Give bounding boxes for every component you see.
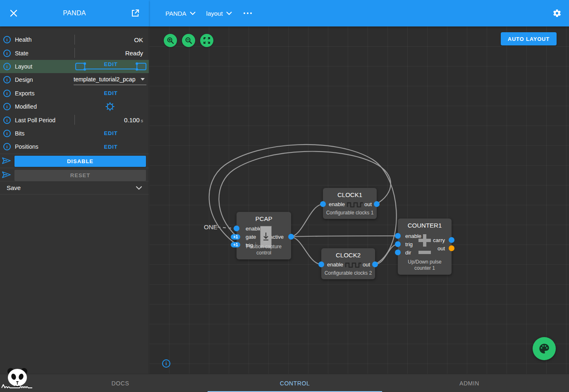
port-label-carry: carry <box>433 237 445 243</box>
tab-control[interactable]: CONTROL <box>208 374 382 392</box>
block-clock1[interactable]: CLOCK1 enable out Configurable clocks 1 <box>323 188 377 219</box>
zoom-out-button[interactable] <box>182 34 195 47</box>
attribute-label: Design <box>15 76 33 83</box>
auto-layout-button[interactable]: AUTO LAYOUT <box>501 32 557 45</box>
design-select[interactable]: template_tutorial2_pcap <box>74 74 146 85</box>
divider <box>0 168 149 168</box>
panda-app: PANDA i Health OK i State Ready i Layout <box>0 0 569 392</box>
attribute-row-state: i State Ready <box>0 46 149 59</box>
tab-admin[interactable]: ADMIN <box>382 374 557 392</box>
port-label-active: active <box>270 234 284 240</box>
info-icon[interactable]: i <box>3 36 11 43</box>
breadcrumb-root-label: PANDA <box>165 10 186 17</box>
zoom-in-icon <box>167 37 174 44</box>
info-icon[interactable]: i <box>162 359 170 368</box>
block-counter1[interactable]: COUNTER1 enable trig dir carry out Up/Do… <box>398 219 452 275</box>
fit-view-button[interactable] <box>200 34 213 47</box>
divider <box>74 48 75 58</box>
port-pcap-trig-badge[interactable]: +1 <box>231 242 240 247</box>
theme-palette-button[interactable] <box>533 337 556 360</box>
fit-view-icon <box>203 37 210 44</box>
info-icon[interactable]: i <box>3 143 11 150</box>
wire-active-to-clock1-enable <box>290 204 323 237</box>
attribute-row-bits: i Bits EDIT <box>0 127 149 140</box>
layout-edit-button[interactable]: EDIT <box>75 61 146 67</box>
divider <box>0 154 149 154</box>
chevron-down-icon <box>136 186 142 190</box>
modified-gear-icon[interactable] <box>105 102 115 113</box>
block-title: CLOCK2 <box>321 252 375 259</box>
info-icon[interactable]: i <box>3 130 11 137</box>
port-label-out: out <box>438 245 445 252</box>
tab-docs[interactable]: DOCS <box>33 374 208 392</box>
disable-action-row: DISABLE <box>0 154 149 168</box>
port-clock2-enable[interactable] <box>318 261 324 267</box>
attribute-row-design: i Design template_tutorial2_pcap <box>0 73 149 86</box>
state-value: Ready <box>125 50 143 57</box>
wire-line-icon <box>86 69 136 69</box>
exports-edit-button[interactable]: EDIT <box>101 90 121 96</box>
breadcrumb-view[interactable]: layout <box>206 10 232 17</box>
layout-canvas[interactable]: AUTO LAYOUT ONE PCAP enable gate trig ac… <box>149 26 569 374</box>
attribute-label: Health <box>15 36 31 43</box>
block-subtitle: Up/Down pulse counter 1 <box>399 259 450 271</box>
attribute-row-layout: i Layout EDIT <box>0 60 149 73</box>
disable-button[interactable]: DISABLE <box>14 156 146 167</box>
attribute-label: Bits <box>15 130 24 137</box>
open-in-new-icon[interactable] <box>130 8 141 19</box>
reset-button[interactable]: RESET <box>14 170 146 181</box>
port-counter1-enable[interactable] <box>395 233 401 239</box>
wire-active-to-counter1-enable <box>290 236 398 237</box>
port-clock1-out[interactable] <box>374 201 380 207</box>
chevron-down-icon <box>190 12 196 15</box>
port-pcap-gate-badge[interactable]: +1 <box>231 234 240 240</box>
save-expander[interactable]: Save <box>0 181 149 195</box>
info-icon[interactable]: i <box>3 116 11 124</box>
breadcrumb-root[interactable]: PANDA <box>165 10 196 17</box>
layout-edit-widget[interactable]: EDIT <box>75 61 146 72</box>
port-label-dir: dir <box>405 249 411 256</box>
attribute-label: Last Poll Period <box>15 117 55 124</box>
port-label-out: out <box>363 261 370 268</box>
attribute-label: State <box>15 50 29 57</box>
gear-icon[interactable] <box>552 9 562 19</box>
port-pcap-enable[interactable] <box>234 226 239 231</box>
info-icon[interactable]: i <box>3 63 11 70</box>
attribute-row-modified: i Modified <box>0 100 149 113</box>
port-pcap-active[interactable] <box>288 234 294 240</box>
block-subtitle: Configurable clocks 2 <box>323 270 373 276</box>
positions-edit-button[interactable]: EDIT <box>101 144 121 150</box>
port-counter1-carry[interactable] <box>449 237 454 243</box>
port-label-enable: enable <box>327 261 343 268</box>
one-source-label[interactable]: ONE <box>204 223 218 230</box>
attribute-label: Layout <box>15 63 32 70</box>
wire-active-to-clock2-enable <box>290 237 322 264</box>
port-clock2-out[interactable] <box>372 261 378 267</box>
sidebar-title: PANDA <box>0 10 149 17</box>
info-icon[interactable]: i <box>3 50 11 57</box>
close-icon[interactable] <box>8 8 19 19</box>
divider <box>74 35 75 45</box>
info-icon[interactable]: i <box>3 103 11 110</box>
attribute-row-positions: i Positions EDIT <box>0 140 149 153</box>
zoom-in-button[interactable] <box>164 34 177 47</box>
plus-icon <box>418 233 432 247</box>
info-icon[interactable]: i <box>3 76 11 83</box>
port-clock1-enable[interactable] <box>320 201 326 207</box>
info-icon[interactable]: i <box>3 90 11 97</box>
clock-waveform-icon <box>345 262 362 268</box>
port-counter1-trig[interactable] <box>395 241 401 247</box>
more-horizontal-icon[interactable] <box>244 12 252 14</box>
send-icon <box>2 157 11 166</box>
port-label-out: out <box>364 201 372 207</box>
bits-edit-button[interactable]: EDIT <box>101 130 121 136</box>
divider <box>0 194 149 195</box>
attribute-label: Positions <box>15 143 38 150</box>
sidebar: PANDA i Health OK i State Ready i Layout <box>0 0 149 374</box>
block-clock2[interactable]: CLOCK2 enable out Configurable clocks 2 <box>321 248 375 279</box>
save-label: Save <box>7 184 21 191</box>
attribute-row-exports: i Exports EDIT <box>0 87 149 100</box>
port-counter1-dir[interactable] <box>395 249 401 255</box>
port-counter1-out[interactable] <box>449 245 454 251</box>
block-pcap[interactable]: PCAP enable gate trig active ↓ Position … <box>237 212 291 259</box>
